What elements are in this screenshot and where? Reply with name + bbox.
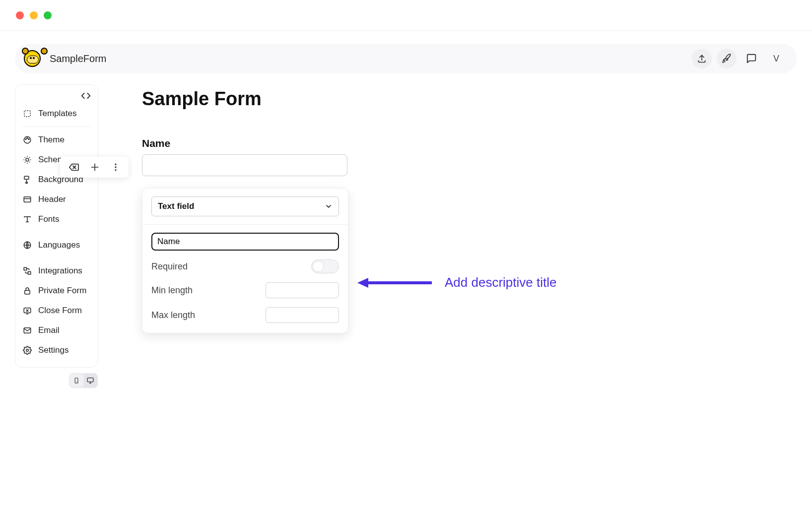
gear-icon [22,346,32,355]
field-type-label: Text field [158,201,194,211]
device-mobile-button[interactable] [69,374,83,387]
field-more-button[interactable] [111,162,121,172]
sidebar-item-close-form[interactable]: Close Form [15,301,98,321]
max-length-label: Max length [151,310,195,321]
svg-point-3 [27,137,28,138]
svg-point-16 [26,349,29,352]
svg-rect-12 [28,272,31,274]
delete-field-button[interactable] [68,162,79,173]
required-label: Required [151,261,188,272]
window-zoom-icon[interactable] [44,11,52,19]
more-vertical-icon [111,162,121,172]
sun-icon [22,155,32,164]
svg-point-4 [28,139,29,140]
sidebar-item-templates[interactable]: Templates [15,104,98,124]
type-icon [22,215,32,224]
user-avatar[interactable]: V [766,49,786,68]
required-toggle[interactable] [311,259,339,273]
sidebar-item-label: Close Form [38,306,82,316]
sidebar-item-settings[interactable]: Settings [15,340,98,360]
max-length-input[interactable] [266,307,339,323]
sidebar-item-header[interactable]: Header [15,190,98,209]
arrow-left-icon [357,277,432,289]
sidebar-item-fonts[interactable]: Fonts [15,209,98,229]
backspace-icon [68,162,79,173]
sidebar-item-label: Fonts [38,214,60,224]
svg-rect-26 [87,378,93,382]
integrations-icon [22,266,32,275]
svg-rect-11 [24,267,26,270]
window-minimize-icon[interactable] [30,11,38,19]
project-title[interactable]: SampleForm [50,53,106,64]
field-row-toolbar [60,157,129,178]
svg-rect-6 [24,176,29,179]
lock-icon [22,286,32,295]
annotation: Add descriptive title [357,275,556,290]
sidebar-item-email[interactable]: Email [15,321,98,340]
comment-icon [746,53,757,64]
mail-icon [22,326,32,335]
sidebar-item-label: Theme [38,135,65,145]
form-title[interactable]: Sample Form [142,88,348,110]
rocket-icon [722,54,732,64]
upload-icon [697,54,707,64]
device-desktop-button[interactable] [83,374,97,387]
sidebar-item-integrations[interactable]: Integrations [15,261,98,281]
plus-icon [90,162,100,172]
sidebar: Templates Theme Scheme Background Header… [15,84,98,368]
name-input[interactable] [142,154,347,176]
globe-icon [22,241,32,250]
monitor-icon [86,377,95,385]
svg-rect-13 [25,290,30,294]
form-canvas: Sample Form Name Text field Required Min… [142,84,348,368]
svg-point-23 [115,169,116,171]
phone-icon [73,376,80,385]
paint-icon [22,175,32,184]
field-type-select[interactable]: Text field [151,196,339,216]
annotation-text: Add descriptive title [445,275,556,290]
deploy-button[interactable] [717,49,737,68]
chevron-down-icon [325,202,333,210]
field-title-input[interactable] [151,233,339,251]
sidebar-divider [22,127,91,127]
svg-rect-0 [24,111,30,117]
comments-button[interactable] [742,49,761,68]
field-label: Name [142,137,348,149]
sidebar-item-label: Integrations [38,266,82,276]
header-icon [22,195,32,204]
svg-point-5 [26,158,29,161]
sidebar-item-label: Private Form [38,286,86,296]
sidebar-item-private-form[interactable]: Private Form [15,281,98,301]
sidebar-item-label: Templates [38,109,76,119]
close-form-icon [22,306,32,315]
palette-icon [22,135,32,144]
sidebar-item-label: Settings [38,345,68,355]
svg-point-22 [115,166,116,168]
share-button[interactable] [692,49,712,68]
svg-rect-8 [24,197,31,202]
app-logo-icon [24,50,41,67]
svg-point-2 [25,139,26,140]
sidebar-item-theme[interactable]: Theme [15,130,98,150]
card-divider [142,224,348,225]
min-length-input[interactable] [266,282,339,298]
window-close-icon[interactable] [16,11,24,19]
code-icon [81,91,91,101]
window-titlebar [0,0,812,31]
svg-rect-7 [26,182,27,183]
svg-point-21 [115,164,116,165]
device-preview-switch [69,373,98,388]
code-toggle-button[interactable] [81,91,91,101]
min-length-label: Min length [151,285,193,296]
field-config-card: Text field Required Min length Max lengt… [142,188,348,333]
svg-marker-30 [357,278,368,288]
app-header: SampleForm V [15,44,797,73]
sidebar-item-label: Email [38,325,60,335]
sidebar-item-languages[interactable]: Languages [15,235,98,255]
sidebar-item-label: Header [38,194,66,204]
sidebar-item-label: Languages [38,240,80,250]
templates-icon [22,109,32,118]
add-field-button[interactable] [90,162,100,172]
